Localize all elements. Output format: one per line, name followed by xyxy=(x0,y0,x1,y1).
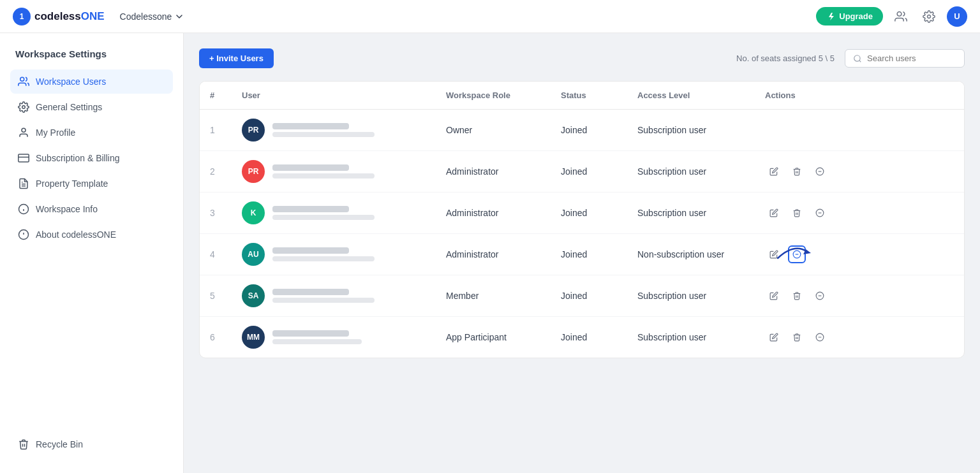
delete-button[interactable] xyxy=(788,163,806,180)
workspace-selector[interactable]: Codelessone xyxy=(115,9,189,24)
lightning-icon xyxy=(826,12,835,21)
svg-point-0 xyxy=(897,11,902,16)
pencil-icon xyxy=(769,167,778,176)
user-cell: PR xyxy=(242,160,426,183)
sidebar-item-subscription-billing[interactable]: Subscription & Billing xyxy=(10,146,173,170)
user-email-placeholder xyxy=(272,173,375,178)
svg-point-15 xyxy=(854,55,860,61)
profile-icon xyxy=(18,127,29,138)
workspace-role: Administrator xyxy=(436,151,551,193)
table-row: 1 PR Owner Joined Su xyxy=(200,110,964,151)
sidebar-item-label: Workspace Users xyxy=(36,76,106,87)
trash-icon xyxy=(792,208,801,217)
status: Joined xyxy=(551,193,627,234)
avatar: PR xyxy=(242,160,265,183)
avatar: PR xyxy=(242,119,265,142)
remove-button[interactable] xyxy=(811,287,829,305)
invite-users-button[interactable]: + Invite Users xyxy=(199,48,274,68)
settings-icon[interactable] xyxy=(919,6,939,27)
row-number: 6 xyxy=(210,332,215,342)
info-icon xyxy=(18,203,29,215)
minus-circle-icon xyxy=(815,208,824,217)
pencil-icon xyxy=(769,208,778,217)
trash-icon xyxy=(792,167,801,176)
row-number: 3 xyxy=(210,208,215,218)
gear-icon xyxy=(18,101,29,113)
users-table: # User Workspace Role Status Access Leve… xyxy=(200,82,964,358)
delete-button[interactable] xyxy=(788,328,806,346)
sidebar-item-property-template[interactable]: Property Template xyxy=(10,171,173,196)
table-row: 5 SA Member Joined S xyxy=(200,275,964,317)
edit-button[interactable] xyxy=(765,245,783,263)
toolbar-right: No. of seats assigned 5 \ 5 xyxy=(736,49,965,68)
trash-icon xyxy=(792,333,801,342)
row-number: 4 xyxy=(210,249,215,259)
table-body: 1 PR Owner Joined Su xyxy=(200,110,964,358)
avatar: AU xyxy=(242,243,265,266)
user-info xyxy=(272,123,375,137)
minus-circle-icon xyxy=(815,333,824,342)
minus-circle-icon xyxy=(815,291,824,300)
col-num: # xyxy=(200,82,232,110)
chevron-down-icon xyxy=(175,13,183,20)
upgrade-label: Upgrade xyxy=(839,11,873,21)
user-email-placeholder xyxy=(272,339,362,344)
pencil-icon xyxy=(769,250,778,259)
delete-button[interactable] xyxy=(788,287,806,305)
access-level: Subscription user xyxy=(627,110,755,151)
table-row: 3 K Administrator Joined xyxy=(200,193,964,234)
upgrade-button[interactable]: Upgrade xyxy=(816,7,883,25)
workspace-role: Owner xyxy=(436,110,551,151)
status: Joined xyxy=(551,275,627,317)
access-level: Subscription user xyxy=(627,151,755,193)
people-icon[interactable] xyxy=(891,6,911,27)
table-row: 4 AU Administrator Joined xyxy=(200,234,964,275)
edit-button[interactable] xyxy=(765,328,783,346)
sidebar-item-workspace-info[interactable]: Workspace Info xyxy=(10,197,173,221)
toolbar: + Invite Users No. of seats assigned 5 \… xyxy=(199,48,965,68)
sidebar: Workspace Settings Workspace Users Gener… xyxy=(0,33,184,473)
table-row: 6 MM App Participant Joined xyxy=(200,317,964,358)
sidebar-item-about[interactable]: About codelessONE xyxy=(10,222,173,247)
search-icon xyxy=(853,54,862,63)
access-level: Subscription user xyxy=(627,193,755,234)
workspace-name: Codelessone xyxy=(120,11,172,22)
remove-button[interactable] xyxy=(811,163,829,180)
remove-button-highlighted[interactable] xyxy=(788,245,806,263)
col-access-level: Access Level xyxy=(627,82,755,110)
about-icon xyxy=(18,229,29,240)
table-header: # User Workspace Role Status Access Leve… xyxy=(200,82,964,110)
edit-button[interactable] xyxy=(765,163,783,180)
search-input[interactable] xyxy=(867,54,956,63)
sidebar-item-label: Recycle Bin xyxy=(36,439,83,449)
recycle-bin-icon xyxy=(18,439,29,450)
edit-button[interactable] xyxy=(765,287,783,305)
user-info xyxy=(272,289,375,303)
svg-rect-5 xyxy=(19,154,29,162)
svg-point-3 xyxy=(22,106,26,109)
search-box[interactable] xyxy=(845,49,965,68)
actions-cell xyxy=(765,328,954,346)
user-avatar[interactable]: U xyxy=(947,6,967,27)
sidebar-item-workspace-users[interactable]: Workspace Users xyxy=(10,69,173,94)
sidebar-item-general-settings[interactable]: General Settings xyxy=(10,95,173,119)
minus-circle-icon xyxy=(815,167,824,176)
workspace-role: Administrator xyxy=(436,234,551,275)
edit-button[interactable] xyxy=(765,204,783,222)
user-cell: AU xyxy=(242,243,426,266)
user-name-placeholder xyxy=(272,123,349,129)
remove-button[interactable] xyxy=(811,328,829,346)
delete-button[interactable] xyxy=(788,204,806,222)
sidebar-item-recycle-bin[interactable]: Recycle Bin xyxy=(10,432,173,456)
svg-line-16 xyxy=(859,60,861,62)
workspace-role: Member xyxy=(436,275,551,317)
table-row: 2 PR Administrator Joined xyxy=(200,151,964,193)
top-navigation: 1 codelessONE Codelessone Upgrade xyxy=(0,0,980,33)
svg-point-2 xyxy=(20,77,24,81)
remove-button[interactable] xyxy=(811,204,829,222)
logo[interactable]: 1 codelessONE xyxy=(13,8,105,25)
actions-cell xyxy=(765,245,954,263)
sidebar-item-my-profile[interactable]: My Profile xyxy=(10,120,173,145)
sidebar-item-label: Property Template xyxy=(36,178,108,189)
minus-circle-icon xyxy=(792,250,801,259)
